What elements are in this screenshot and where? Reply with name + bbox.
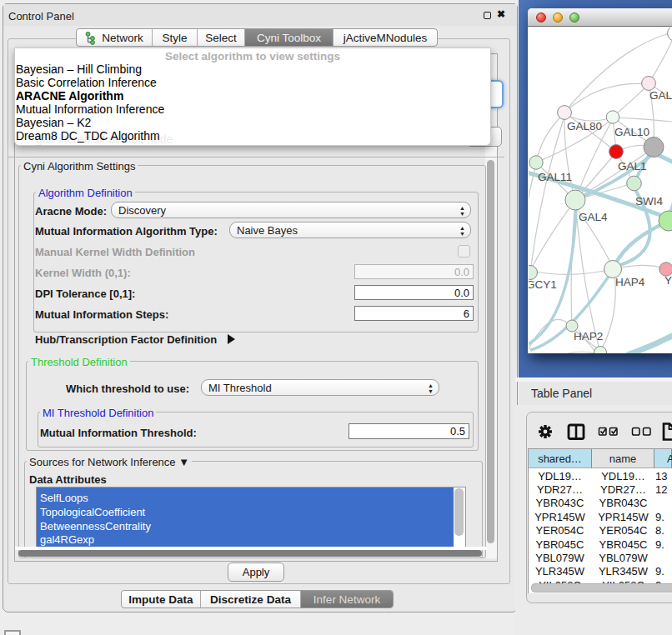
svg-text:GAL4: GAL4 (579, 211, 608, 223)
svg-text:Y: Y (664, 274, 672, 287)
svg-text:SWI4: SWI4 (635, 195, 663, 208)
svg-text:GAL10: GAL10 (614, 126, 649, 138)
svg-text:GAL: GAL (649, 89, 672, 102)
svg-text:HAP2: HAP2 (574, 330, 603, 342)
svg-text:GCY1: GCY1 (529, 278, 557, 291)
svg-text:HAP4: HAP4 (615, 276, 645, 288)
svg-text:GAL1: GAL1 (618, 160, 647, 172)
svg-text:GAL80: GAL80 (567, 120, 602, 132)
svg-text:GAL11: GAL11 (538, 171, 572, 183)
